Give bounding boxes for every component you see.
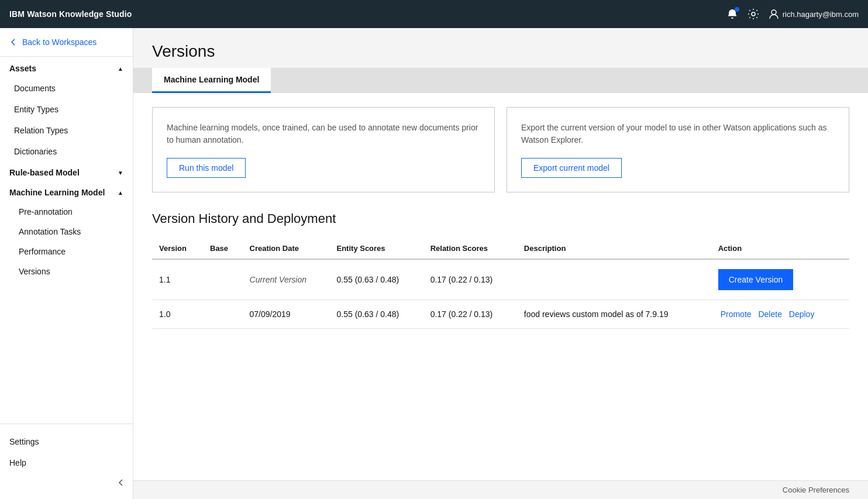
page-header: Versions xyxy=(133,28,868,61)
row1-creation-date: Current Version xyxy=(243,259,330,300)
assets-toggle-icon[interactable]: ▲ xyxy=(118,66,123,72)
row2-entity-scores: 0.55 (0.63 / 0.48) xyxy=(330,300,423,329)
run-model-card-text: Machine learning models, once trained, c… xyxy=(167,122,480,146)
export-model-card: Export the current version of your model… xyxy=(507,107,849,192)
col-action: Action xyxy=(711,238,849,259)
top-nav: IBM Watson Knowledge Studio rich.hagarty… xyxy=(0,0,868,28)
assets-section[interactable]: Assets ▲ xyxy=(0,57,133,78)
user-email: rich.hagarty@ibm.com xyxy=(783,10,859,19)
create-version-button[interactable]: Create Version xyxy=(718,269,794,290)
assets-label: Assets xyxy=(9,64,36,73)
page-title: Versions xyxy=(152,42,849,61)
content-area: Machine learning models, once trained, c… xyxy=(133,93,868,480)
deploy-button[interactable]: Deploy xyxy=(787,309,817,319)
run-this-model-button[interactable]: Run this model xyxy=(167,158,246,178)
tabs-bar: Machine Learning Model xyxy=(133,68,868,93)
row1-base xyxy=(203,259,243,300)
version-history-title: Version History and Deployment xyxy=(152,211,849,226)
sidebar: Back to Workspaces Assets ▲ Documents En… xyxy=(0,28,133,499)
rule-based-model-label: Rule-based Model xyxy=(9,168,80,177)
sidebar-item-entity-types[interactable]: Entity Types xyxy=(0,99,133,120)
row2-creation-date: 07/09/2019 xyxy=(243,300,330,329)
table-row: 1.0 07/09/2019 0.55 (0.63 / 0.48) 0.17 (… xyxy=(152,300,849,329)
svg-point-0 xyxy=(752,12,755,16)
col-description: Description xyxy=(517,238,711,259)
layout: Back to Workspaces Assets ▲ Documents En… xyxy=(0,28,868,499)
col-relation-scores: Relation Scores xyxy=(423,238,517,259)
row1-relation-scores: 0.17 (0.22 / 0.13) xyxy=(423,259,517,300)
row1-version: 1.1 xyxy=(152,259,203,300)
notification-icon[interactable] xyxy=(726,8,738,20)
sidebar-item-dictionaries[interactable]: Dictionaries xyxy=(0,141,133,162)
user-menu[interactable]: rich.hagarty@ibm.com xyxy=(769,9,859,19)
export-current-model-button[interactable]: Export current model xyxy=(521,158,622,178)
svg-point-1 xyxy=(771,10,776,15)
brand: IBM Watson Knowledge Studio xyxy=(9,9,132,19)
row2-base xyxy=(203,300,243,329)
cookie-preferences-link[interactable]: Cookie Preferences xyxy=(783,486,849,494)
sidebar-item-settings[interactable]: Settings xyxy=(0,431,133,452)
main-content: Versions Machine Learning Model Machine … xyxy=(133,28,868,499)
col-entity-scores: Entity Scores xyxy=(330,238,423,259)
sidebar-collapse-button[interactable] xyxy=(0,473,133,492)
row2-description: food reviews custom model as of 7.9.19 xyxy=(517,300,711,329)
topnav-right: rich.hagarty@ibm.com xyxy=(726,8,859,20)
sidebar-item-versions[interactable]: Versions xyxy=(0,261,133,281)
versions-table: Version Base Creation Date Entity Scores… xyxy=(152,238,849,329)
sidebar-item-help[interactable]: Help xyxy=(0,452,133,473)
ml-model-section[interactable]: Machine Learning Model ▲ xyxy=(0,182,133,202)
row2-relation-scores: 0.17 (0.22 / 0.13) xyxy=(423,300,517,329)
sidebar-item-annotation-tasks[interactable]: Annotation Tasks xyxy=(0,222,133,242)
delete-button[interactable]: Delete xyxy=(756,309,784,319)
promote-button[interactable]: Promote xyxy=(718,309,754,319)
cards-row: Machine learning models, once trained, c… xyxy=(152,107,849,192)
sidebar-item-relation-types[interactable]: Relation Types xyxy=(0,120,133,141)
export-model-card-text: Export the current version of your model… xyxy=(521,122,835,146)
row1-description xyxy=(517,259,711,300)
sidebar-footer: Settings Help xyxy=(0,424,133,499)
ml-model-label: Machine Learning Model xyxy=(9,188,105,197)
back-to-workspaces[interactable]: Back to Workspaces xyxy=(0,28,133,57)
rule-based-model-section[interactable]: Rule-based Model ▼ xyxy=(0,162,133,182)
tab-machine-learning-model[interactable]: Machine Learning Model xyxy=(152,68,271,93)
row2-version: 1.0 xyxy=(152,300,203,329)
rule-based-toggle-icon[interactable]: ▼ xyxy=(118,170,123,176)
notification-badge xyxy=(735,7,739,12)
sidebar-item-pre-annotation[interactable]: Pre-annotation xyxy=(0,202,133,222)
run-model-card: Machine learning models, once trained, c… xyxy=(152,107,495,192)
row1-entity-scores: 0.55 (0.63 / 0.48) xyxy=(330,259,423,300)
row1-action: Create Version xyxy=(711,259,849,300)
col-creation-date: Creation Date xyxy=(243,238,330,259)
col-base: Base xyxy=(203,238,243,259)
table-row: 1.1 Current Version 0.55 (0.63 / 0.48) 0… xyxy=(152,259,849,300)
settings-icon[interactable] xyxy=(748,8,759,20)
col-version: Version xyxy=(152,238,203,259)
cookie-footer: Cookie Preferences xyxy=(133,480,868,499)
sidebar-item-documents[interactable]: Documents xyxy=(0,78,133,99)
ml-model-toggle-icon[interactable]: ▲ xyxy=(118,190,123,196)
sidebar-item-performance[interactable]: Performance xyxy=(0,242,133,261)
row2-action: Promote Delete Deploy xyxy=(711,300,849,329)
